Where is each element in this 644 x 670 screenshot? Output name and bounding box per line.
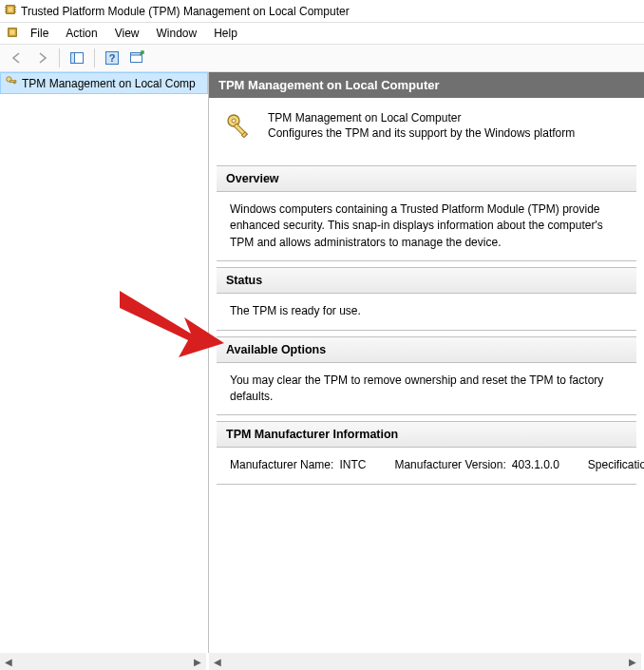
menu-action[interactable]: Action [58, 25, 104, 42]
intro-subtitle: Configures the TPM and its support by th… [268, 126, 575, 140]
svg-rect-1 [8, 7, 12, 11]
help-button[interactable]: ? [101, 47, 123, 69]
mfr-name-label: Manufacturer Name: [230, 457, 333, 473]
section-header-options: Available Options [217, 337, 636, 363]
menu-window[interactable]: Window [149, 25, 205, 42]
intro-text: TPM Management on Local Computer Configu… [268, 111, 575, 140]
content-body: TPM Management on Local Computer Configu… [209, 98, 644, 650]
scroll-right-button[interactable]: ▶ [189, 653, 206, 670]
section-body-manufacturer: Manufacturer Name: INTC Manufacturer Ver… [217, 448, 636, 483]
section-manufacturer: TPM Manufacturer Information Manufacture… [217, 421, 636, 484]
show-hide-tree-button[interactable] [66, 47, 88, 69]
scroll-left-button[interactable]: ◀ [209, 653, 226, 670]
section-overview: Overview Windows computers containing a … [217, 165, 636, 261]
section-options: Available Options You may clear the TPM … [217, 336, 636, 416]
titlebar: Trusted Platform Module (TPM) Management… [0, 0, 644, 23]
toolbar: ? [0, 44, 644, 72]
window-title: Trusted Platform Module (TPM) Management… [21, 5, 350, 18]
menu-view[interactable]: View [107, 25, 147, 42]
tpm-chip-icon [4, 3, 17, 19]
svg-rect-11 [71, 53, 75, 64]
intro-row: TPM Management on Local Computer Configu… [209, 98, 644, 160]
section-header-status: Status [217, 268, 636, 294]
svg-rect-18 [14, 82, 15, 84]
section-status: Status The TPM is ready for use. [217, 267, 636, 330]
tpm-key-icon [5, 75, 18, 91]
mfr-name-value: INTC [339, 457, 366, 473]
section-header-overview: Overview [217, 166, 636, 192]
content-header: TPM Management on Local Computer [209, 72, 644, 98]
menu-file[interactable]: File [23, 25, 56, 42]
main-area: TPM Management on Local Comp TPM Managem… [0, 72, 644, 653]
horizontal-scrollbars: ◀ ▶ ◀ ▶ [0, 653, 644, 670]
tree-item-label: TPM Management on Local Comp [22, 77, 196, 90]
section-body-status: The TPM is ready for use. [217, 294, 636, 329]
scroll-right-button[interactable]: ▶ [624, 653, 641, 670]
scroll-left-button[interactable]: ◀ [0, 653, 17, 670]
menu-help[interactable]: Help [206, 25, 245, 42]
section-body-overview: Windows computers containing a Trusted P… [217, 192, 636, 260]
tree-item-tpm-management[interactable]: TPM Management on Local Comp [0, 72, 208, 94]
svg-point-20 [232, 119, 236, 123]
forward-button[interactable] [30, 47, 53, 69]
content-pane: TPM Management on Local Computer TPM Man… [209, 72, 644, 653]
tree-pane: TPM Management on Local Comp [0, 72, 209, 653]
mfr-version-label: Manufacturer Version: [394, 457, 505, 473]
section-header-manufacturer: TPM Manufacturer Information [217, 422, 636, 448]
svg-rect-9 [9, 29, 14, 34]
back-button[interactable] [6, 47, 28, 69]
mfr-spec-label: Specification Ver [588, 457, 644, 473]
mfr-version-value: 403.1.0.0 [512, 457, 559, 473]
toolbar-separator [59, 48, 60, 67]
toolbar-separator [94, 48, 95, 67]
svg-text:?: ? [109, 52, 116, 64]
tpm-chip-icon [6, 26, 19, 42]
tpm-key-large-icon [224, 111, 256, 146]
intro-title: TPM Management on Local Computer [268, 111, 575, 124]
new-window-button[interactable] [125, 47, 148, 69]
menubar: File Action View Window Help [0, 23, 644, 44]
section-body-options: You may clear the TPM to remove ownershi… [217, 363, 636, 415]
